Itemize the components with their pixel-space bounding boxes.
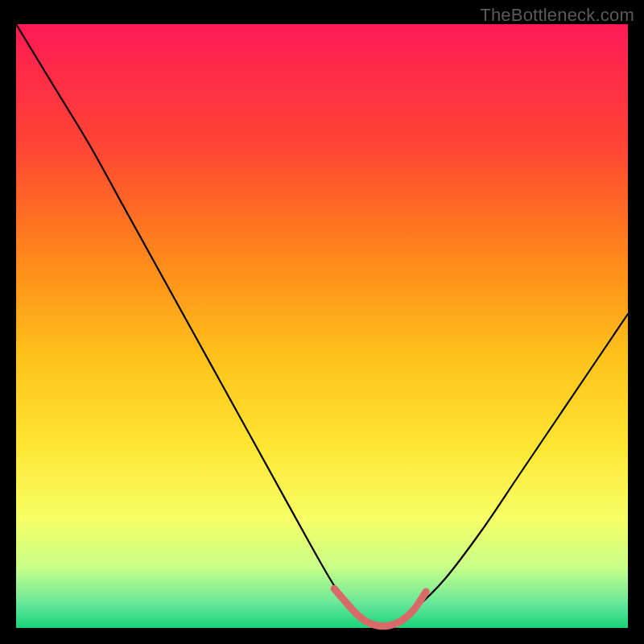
watermark-text: TheBottleneck.com — [480, 5, 634, 26]
bottleneck-chart — [0, 0, 644, 644]
chart-container: TheBottleneck.com — [0, 0, 644, 644]
chart-background-gradient — [16, 24, 628, 628]
